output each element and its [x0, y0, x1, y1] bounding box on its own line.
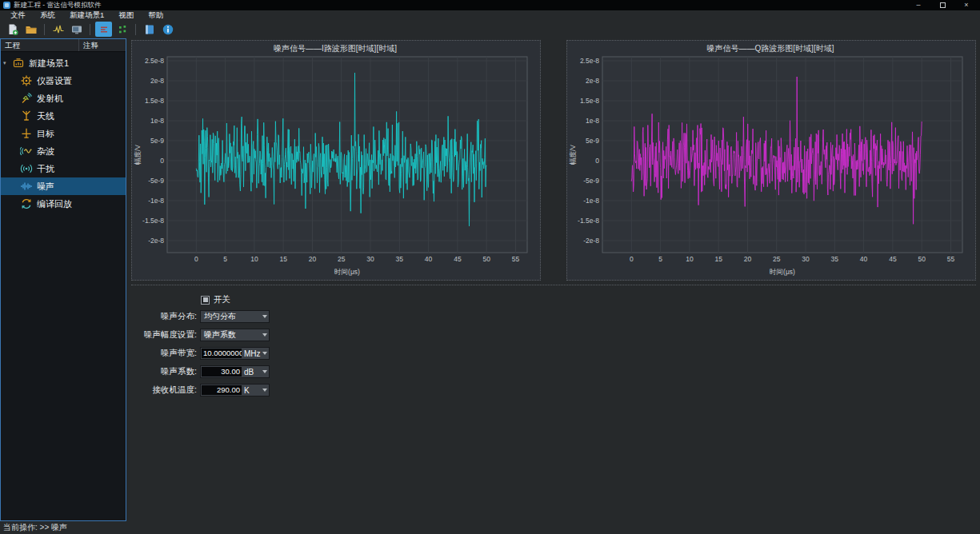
tree-item-4[interactable]: 目标: [1, 125, 126, 142]
main-area: 工程 注释 ▾新建场景1仪器设置发射机天线目标杂波干扰噪声编译回放 051015…: [0, 38, 980, 521]
tree-item-label: 发射机: [37, 93, 63, 105]
info-button[interactable]: [159, 22, 176, 37]
svg-text:2e-8: 2e-8: [586, 77, 599, 85]
receiver-temperature-input[interactable]: 290.00 K: [200, 384, 270, 397]
waveform-button[interactable]: [50, 22, 66, 37]
tree-item-0[interactable]: ▾新建场景1: [1, 54, 126, 72]
new-project-button[interactable]: [4, 22, 21, 37]
svg-text:-1.5e-8: -1.5e-8: [578, 217, 599, 225]
noise-distribution-label: 噪声分布:: [131, 311, 197, 322]
noise-q-waveform-chart: 05101520253035404550552.5e-82e-81.5e-81e…: [566, 40, 976, 281]
tree-item-8[interactable]: 编译回放: [1, 195, 126, 213]
scene-icon: [11, 57, 25, 70]
svg-text:5: 5: [223, 255, 227, 263]
svg-text:2.5e-8: 2.5e-8: [145, 57, 164, 65]
waveform-list-button[interactable]: [95, 22, 112, 37]
svg-text:噪声信号——I路波形图[时域][时域]: 噪声信号——I路波形图[时域][时域]: [274, 44, 397, 53]
noise-figure-value[interactable]: 30.00: [202, 367, 242, 377]
svg-text:25: 25: [338, 255, 346, 263]
svg-text:2e-8: 2e-8: [150, 77, 164, 85]
switch-checkbox[interactable]: [201, 296, 210, 305]
charts-row: 05101520253035404550552.5e-82e-81.5e-81e…: [131, 40, 976, 281]
svg-text:-1e-8: -1e-8: [148, 197, 164, 205]
svg-text:35: 35: [396, 255, 404, 263]
tree-item-7[interactable]: 噪声: [1, 177, 126, 195]
minimize-button[interactable]: –: [906, 0, 930, 10]
svg-text:5: 5: [658, 255, 662, 263]
clutter-icon: [19, 145, 33, 157]
svg-text:55: 55: [512, 255, 520, 263]
tree-item-3[interactable]: 天线: [1, 107, 126, 125]
svg-text:-1e-8: -1e-8: [583, 197, 599, 205]
status-text: 当前操作: >> 噪声: [3, 522, 67, 533]
tree-item-6[interactable]: 干扰: [1, 160, 126, 177]
svg-text:20: 20: [744, 255, 752, 263]
svg-text:1e-8: 1e-8: [150, 117, 164, 125]
close-button[interactable]: ×: [954, 0, 978, 10]
menu-bar: 文件 系统 新建场景1 视图 帮助: [0, 10, 980, 20]
tree-item-label: 新建场景1: [29, 58, 69, 70]
constellation-button[interactable]: [114, 22, 130, 37]
tree-item-2[interactable]: 发射机: [1, 90, 126, 107]
noise-figure-input[interactable]: 30.00 dB: [200, 365, 270, 378]
notebook-button[interactable]: [141, 22, 158, 37]
toolbar-separator: [135, 24, 136, 35]
svg-text:25: 25: [773, 255, 781, 263]
svg-text:40: 40: [860, 255, 868, 263]
svg-text:2.5e-8: 2.5e-8: [580, 57, 599, 65]
tree-item-1[interactable]: 仪器设置: [1, 72, 126, 90]
svg-text:30: 30: [802, 255, 810, 263]
menu-view[interactable]: 视图: [111, 10, 141, 21]
waveform-list-icon: [98, 23, 110, 36]
svg-text:20: 20: [309, 255, 317, 263]
svg-text:5e-9: 5e-9: [150, 137, 164, 145]
restore-button[interactable]: [930, 0, 954, 10]
toolbar: [0, 20, 980, 38]
svg-text:55: 55: [947, 255, 955, 263]
svg-text:5e-9: 5e-9: [586, 137, 599, 145]
svg-text:时间(μs): 时间(μs): [334, 268, 360, 276]
svg-text:50: 50: [482, 255, 490, 263]
menu-system[interactable]: 系统: [33, 10, 62, 21]
column-header-project: 工程: [1, 39, 79, 51]
tree-item-label: 编译回放: [37, 198, 72, 210]
svg-text:-2e-8: -2e-8: [148, 237, 164, 245]
noise-bandwidth-unit: MHz: [242, 349, 261, 358]
svg-text:45: 45: [454, 255, 462, 263]
constellation-icon: [116, 23, 129, 36]
svg-text:-5e-9: -5e-9: [583, 177, 599, 185]
svg-text:噪声信号——Q路波形图[时域][时域]: 噪声信号——Q路波形图[时域][时域]: [707, 44, 834, 53]
svg-text:50: 50: [918, 255, 926, 263]
tree-item-5[interactable]: 杂波: [1, 142, 126, 160]
menu-help[interactable]: 帮助: [141, 10, 170, 21]
title-bar: 新建工程 - 雷达信号模拟软件 – ×: [0, 0, 980, 10]
noise-amplitude-mode-select[interactable]: 噪声系数: [200, 329, 270, 341]
restore-icon: [940, 2, 946, 8]
tree-item-label: 噪声: [37, 181, 54, 193]
svg-text:15: 15: [714, 255, 722, 263]
svg-text:-1.5e-8: -1.5e-8: [142, 217, 164, 225]
noise-distribution-select[interactable]: 均匀分布: [200, 310, 270, 323]
noise-figure-label: 噪声系数:: [131, 366, 197, 377]
svg-text:时间(μs): 时间(μs): [770, 268, 795, 276]
capture-device-button[interactable]: [68, 22, 85, 37]
noise-icon: [19, 180, 33, 193]
horizontal-splitter[interactable]: [131, 285, 976, 285]
jamming-icon: [19, 162, 33, 175]
noise-amplitude-mode-label: 噪声幅度设置:: [131, 329, 197, 341]
open-project-button[interactable]: [22, 22, 39, 37]
noise-bandwidth-value[interactable]: 10.000000000: [202, 349, 242, 358]
tree-item-label: 杂波: [37, 145, 54, 157]
noise-bandwidth-input[interactable]: 10.000000000 MHz: [200, 347, 270, 360]
expander-icon[interactable]: ▾: [3, 60, 10, 66]
menu-file[interactable]: 文件: [3, 10, 33, 21]
window-title: 新建工程 - 雷达信号模拟软件: [14, 1, 102, 10]
noise-figure-unit: dB: [242, 368, 261, 377]
menu-scene[interactable]: 新建场景1: [62, 10, 111, 21]
noise-amplitude-mode-value: 噪声系数: [201, 329, 261, 341]
receiver-temperature-value[interactable]: 290.00: [202, 385, 242, 395]
waveform-icon: [52, 23, 65, 36]
content-area: 05101520253035404550552.5e-82e-81.5e-81e…: [126, 38, 980, 521]
tree-item-label: 目标: [37, 128, 54, 140]
tree-item-label: 天线: [37, 110, 54, 122]
